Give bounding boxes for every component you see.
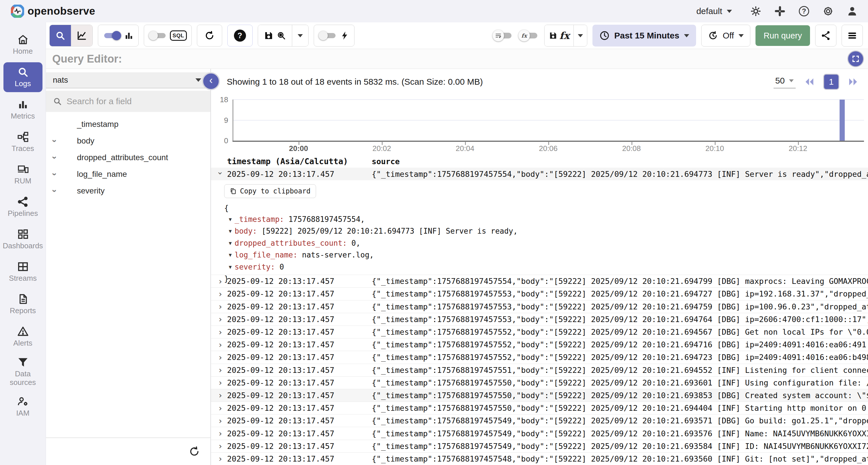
stream-select[interactable]: nats	[46, 72, 210, 88]
sidebar-item-pipelines[interactable]: Pipelines	[3, 192, 42, 222]
collapse-triangle-icon[interactable]: ▼	[229, 238, 231, 249]
sidebar-item-logs[interactable]: Logs	[3, 62, 42, 92]
copy-to-clipboard-button[interactable]: Copy to clipboard	[224, 184, 316, 198]
log-row[interactable]: ›2025-09-12 20:13:17.457{"_timestamp":17…	[211, 275, 868, 288]
sidebar-item-streams[interactable]: Streams	[3, 257, 42, 287]
log-row[interactable]: ›2025-09-12 20:13:17.457{"_timestamp":17…	[211, 338, 868, 351]
chevron-right-icon[interactable]: ›	[218, 454, 223, 464]
row-source: {"_timestamp":1757688197457553,"body":"[…	[372, 302, 868, 311]
chevron-right-icon[interactable]: ›	[218, 429, 223, 438]
current-page-button[interactable]: 1	[823, 74, 839, 90]
log-row[interactable]: ›2025-09-12 20:13:17.457{"_timestamp":17…	[211, 389, 868, 402]
slack-icon[interactable]	[774, 5, 786, 17]
collapse-triangle-icon[interactable]: ▼	[229, 226, 231, 237]
histogram-toggle[interactable]	[103, 31, 121, 40]
log-row[interactable]: ›2025-09-12 20:13:17.457{"_timestamp":17…	[211, 402, 868, 414]
chevron-right-icon[interactable]: ›	[218, 315, 223, 324]
wrap-lines-toggle[interactable]	[493, 30, 513, 41]
sidebar-item-data-sources[interactable]: Data sources	[3, 354, 42, 389]
saved-views-dropdown-button[interactable]	[292, 25, 308, 46]
help-icon[interactable]: ?	[798, 5, 810, 17]
log-row[interactable]: ›2025-09-12 20:13:17.457{"_timestamp":17…	[211, 288, 868, 300]
field-item-dropped_attributes_count[interactable]: ›dropped_attributes_count	[46, 149, 210, 166]
collapse-triangle-icon[interactable]: ▼	[229, 214, 231, 225]
hamburger-menu-icon	[847, 30, 857, 41]
log-row[interactable]: ›2025-09-12 20:13:17.457{"_timestamp":17…	[211, 301, 868, 313]
settings-gear-icon[interactable]	[822, 5, 834, 17]
search-mode-button[interactable]	[50, 25, 71, 46]
chevron-right-icon[interactable]: ›	[218, 391, 223, 400]
pagination: 50 1	[774, 74, 859, 90]
collapse-triangle-icon[interactable]: ▼	[229, 249, 231, 260]
auto-refresh-picker[interactable]: Off	[701, 25, 750, 46]
field-item-_timestamp[interactable]: _timestamp	[46, 116, 210, 133]
chevron-right-icon[interactable]: ›	[218, 340, 223, 349]
transform-toggle[interactable]: fx	[518, 30, 539, 41]
chart-y-axis	[232, 100, 234, 141]
sidebar-item-rum[interactable]: RUM	[3, 160, 42, 189]
field-item-log_file_name[interactable]: ›log_file_name	[46, 166, 210, 183]
chevron-down-icon[interactable]: ›	[50, 189, 60, 192]
chevron-right-icon[interactable]: ›	[218, 378, 223, 388]
first-page-button[interactable]	[803, 76, 816, 87]
log-row[interactable]: ›2025-09-12 20:13:17.457{"_timestamp":17…	[211, 313, 868, 326]
sidebar-item-traces[interactable]: Traces	[3, 127, 42, 157]
syntax-guide-button[interactable]: ?	[227, 25, 253, 46]
sidebar-item-reports[interactable]: Reports	[3, 289, 42, 319]
account-icon[interactable]	[846, 5, 858, 17]
chevron-right-icon[interactable]: ›	[218, 302, 223, 311]
chevron-right-icon[interactable]: ›	[218, 276, 223, 286]
json-key: _timestamp:	[235, 215, 284, 224]
org-selector[interactable]: default	[696, 6, 732, 16]
field-name: log_file_name	[77, 169, 127, 179]
saved-function-dropdown[interactable]	[574, 25, 587, 46]
log-row-expanded[interactable]: ›2025-09-12 20:13:17.457 {"_timestamp":1…	[211, 167, 868, 180]
field-item-body[interactable]: ›body	[46, 133, 210, 149]
chevron-down-icon[interactable]: ›	[50, 173, 60, 176]
log-row[interactable]: ›2025-09-12 20:13:17.457{"_timestamp":17…	[211, 414, 868, 427]
chevron-right-icon[interactable]: ›	[218, 289, 223, 299]
chart-bar[interactable]	[840, 100, 845, 141]
last-page-button[interactable]	[847, 76, 859, 87]
expand-query-editor-button[interactable]	[847, 51, 864, 67]
quick-mode-toggle[interactable]	[319, 31, 337, 40]
chevron-right-icon[interactable]: ›	[218, 365, 223, 375]
sidebar-item-metrics[interactable]: Metrics	[3, 95, 42, 125]
log-row[interactable]: ›2025-09-12 20:13:17.457{"_timestamp":17…	[211, 326, 868, 338]
run-query-button[interactable]: Run query	[755, 25, 810, 46]
sidebar-item-alerts[interactable]: Alerts	[3, 322, 42, 352]
sql-mode-toggle[interactable]	[149, 31, 167, 40]
refresh-fields-icon[interactable]	[189, 446, 200, 457]
chevron-expanded-icon[interactable]: ›	[216, 171, 225, 176]
chevron-right-icon[interactable]: ›	[218, 403, 223, 413]
sidebar-item-iam[interactable]: IAM	[3, 392, 42, 422]
log-row[interactable]: ›2025-09-12 20:13:17.457{"_timestamp":17…	[211, 440, 868, 453]
histogram-chart[interactable]: 091820:0020:0220:0420:0620:0820:1020:12	[211, 95, 868, 155]
log-row[interactable]: ›2025-09-12 20:13:17.457{"_timestamp":17…	[211, 351, 868, 364]
field-search-input[interactable]	[67, 96, 204, 106]
field-item-severity[interactable]: ›severity	[46, 183, 210, 199]
chevron-right-icon[interactable]: ›	[218, 416, 223, 425]
collapse-fields-panel-button[interactable]: ‹	[202, 72, 220, 90]
save-function-button[interactable]: fx	[545, 25, 574, 46]
share-link-button[interactable]	[815, 25, 836, 46]
log-row[interactable]: ›2025-09-12 20:13:17.457{"_timestamp":17…	[211, 364, 868, 377]
chevron-down-icon[interactable]: ›	[50, 140, 60, 143]
chevron-right-icon[interactable]: ›	[218, 441, 223, 451]
page-size-select[interactable]: 50	[774, 75, 796, 88]
collapse-triangle-icon[interactable]: ▼	[229, 261, 231, 273]
chevron-right-icon[interactable]: ›	[218, 327, 223, 337]
log-row[interactable]: ›2025-09-12 20:13:17.457{"_timestamp":17…	[211, 453, 868, 465]
sidebar-item-home[interactable]: Home	[3, 30, 42, 60]
table-settings-menu-button[interactable]	[842, 25, 863, 46]
chevron-down-icon[interactable]: ›	[50, 156, 60, 159]
save-search-button[interactable]	[258, 25, 292, 46]
theme-light-icon[interactable]	[750, 5, 762, 17]
chevron-right-icon[interactable]: ›	[218, 352, 223, 362]
visualize-mode-button[interactable]	[71, 25, 92, 46]
time-range-picker[interactable]: Past 15 Minutes	[592, 25, 696, 46]
log-row[interactable]: ›2025-09-12 20:13:17.457{"_timestamp":17…	[211, 427, 868, 440]
log-row[interactable]: ›2025-09-12 20:13:17.457{"_timestamp":17…	[211, 377, 868, 389]
reset-filters-button[interactable]	[197, 25, 222, 46]
sidebar-item-dashboards[interactable]: Dashboards	[3, 224, 42, 254]
